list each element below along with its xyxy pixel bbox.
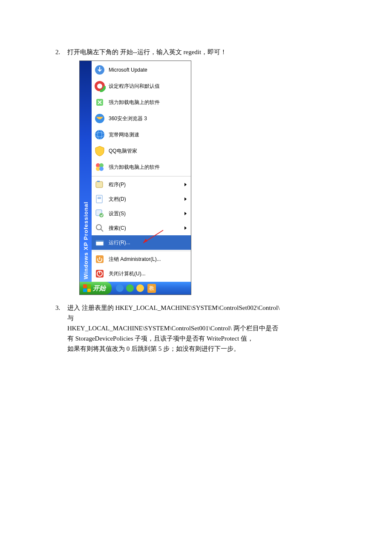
step-3-line: 与 bbox=[67, 313, 337, 323]
menu-item-shutdown[interactable]: 关闭计算机(U)... bbox=[92, 266, 191, 281]
submenu-arrow-icon bbox=[184, 183, 187, 186]
globe-icon bbox=[93, 128, 106, 141]
quick-launch-icon[interactable] bbox=[136, 284, 144, 292]
menu-item-label: 强力卸载电脑上的软件 bbox=[109, 164, 188, 171]
menu-item-uninstall-2[interactable]: 强力卸载电脑上的软件 bbox=[92, 159, 191, 175]
run-icon bbox=[93, 236, 106, 249]
start-button-label: 开始 bbox=[93, 284, 106, 292]
documents-icon bbox=[93, 193, 106, 205]
step-2-text: 打开电脑左下角的 开始--运行，输入英文 regedit，即可！ bbox=[67, 47, 337, 57]
start-menu-section-power: 注销 Administrator(L)... 关闭计算机(U)... bbox=[92, 251, 191, 282]
browser-icon bbox=[93, 112, 106, 125]
shutdown-icon bbox=[93, 267, 106, 280]
windows-logo-icon bbox=[83, 284, 91, 292]
quick-launch-icon[interactable] bbox=[116, 284, 124, 292]
taskbar-app-label: 教 bbox=[149, 285, 154, 291]
menu-item-label: 运行(R)... bbox=[109, 239, 188, 246]
taskbar-app-button[interactable]: 教 bbox=[147, 284, 156, 293]
menu-item-label: 程序(P) bbox=[109, 181, 184, 188]
menu-item-network-test[interactable]: 宽带网络测速 bbox=[92, 127, 191, 143]
menu-item-label: 设定程序访问和默认值 bbox=[109, 83, 188, 90]
submenu-arrow-icon bbox=[184, 197, 187, 201]
menu-item-settings[interactable]: 设置(S) bbox=[92, 206, 191, 221]
menu-item-label: Microsoft Update bbox=[109, 67, 188, 73]
settings-icon bbox=[93, 207, 106, 220]
shield-icon bbox=[93, 145, 106, 157]
menu-item-label: 注销 Administrator(L)... bbox=[109, 256, 188, 263]
svg-point-12 bbox=[99, 167, 104, 171]
step-3-number: 3. bbox=[55, 303, 67, 354]
step-3: 3. 进入 注册表里的 HKEY_LOCAL_MACHINE\SYSTEM\Co… bbox=[55, 303, 337, 354]
quick-launch-icon[interactable] bbox=[126, 284, 134, 292]
svg-line-21 bbox=[101, 229, 103, 231]
start-menu-section-apps: Microsoft Update 设定程序访问和默认值 强力卸载电脑上的软件 bbox=[92, 61, 191, 176]
menu-item-label: 宽带网络测速 bbox=[109, 131, 188, 139]
menu-item-search[interactable]: 搜索(C) bbox=[92, 221, 191, 235]
update-icon bbox=[93, 64, 106, 76]
svg-point-3 bbox=[97, 84, 102, 89]
taskbar: 开始 教 bbox=[80, 282, 191, 295]
svg-rect-17 bbox=[98, 198, 101, 199]
menu-item-program-defaults[interactable]: 设定程序访问和默认值 bbox=[92, 78, 191, 94]
menu-item-run[interactable]: 运行(R)... bbox=[92, 235, 191, 250]
logoff-icon bbox=[93, 253, 106, 266]
menu-item-label: 强力卸载电脑上的软件 bbox=[109, 99, 188, 106]
start-menu-section-system: 程序(P) 文档(D) 设置(S) bbox=[92, 176, 191, 251]
menu-item-ms-update[interactable]: Microsoft Update bbox=[92, 62, 191, 78]
svg-rect-13 bbox=[96, 182, 103, 188]
menu-item-360-browser[interactable]: 360安全浏览器 3 bbox=[92, 110, 191, 127]
step-3-text: 进入 注册表里的 HKEY_LOCAL_MACHINE\SYSTEM\Contr… bbox=[67, 303, 337, 354]
search-icon bbox=[93, 222, 106, 234]
svg-point-6 bbox=[95, 130, 104, 139]
side-strip-label: Windows XP Professional bbox=[83, 199, 89, 282]
svg-rect-23 bbox=[96, 240, 104, 242]
step-3-line: 进入 注册表里的 HKEY_LOCAL_MACHINE\SYSTEM\Contr… bbox=[67, 303, 337, 313]
svg-rect-16 bbox=[98, 197, 101, 198]
quick-launch bbox=[116, 284, 144, 292]
menu-item-label: 文档(D) bbox=[109, 196, 184, 203]
menu-item-label: 关闭计算机(U)... bbox=[109, 270, 188, 278]
uninstall-icon bbox=[93, 96, 106, 109]
svg-point-19 bbox=[99, 213, 104, 217]
defaults-icon bbox=[93, 80, 106, 92]
menu-item-label: 360安全浏览器 3 bbox=[109, 115, 188, 122]
programs-icon bbox=[93, 178, 106, 191]
submenu-arrow-icon bbox=[184, 226, 187, 230]
step-3-line: 有 StorageDevicePolicies 子项，且该子项中是否有 Writ… bbox=[67, 333, 337, 344]
menu-item-logoff[interactable]: 注销 Administrator(L)... bbox=[92, 252, 191, 266]
menu-item-qq-manager[interactable]: QQ电脑管家 bbox=[92, 143, 191, 159]
svg-rect-15 bbox=[96, 195, 102, 203]
submenu-arrow-icon bbox=[184, 212, 187, 215]
menu-item-programs[interactable]: 程序(P) bbox=[92, 177, 191, 192]
step-3-line: HKEY_LOCAL_MACHINE\SYSTEM\ControlSet001\… bbox=[67, 323, 337, 333]
start-menu-screenshot: Windows XP Professional Microsoft Update bbox=[79, 61, 191, 295]
start-menu-side-strip: Windows XP Professional bbox=[80, 61, 92, 282]
step-3-line: 如果有则将其值改为 0 后跳到第 5 步；如没有则进行下一步。 bbox=[67, 344, 337, 354]
step-2-number: 2. bbox=[55, 47, 67, 57]
menu-item-label: 搜索(C) bbox=[109, 225, 184, 232]
menu-item-documents[interactable]: 文档(D) bbox=[92, 192, 191, 206]
menu-item-label: 设置(S) bbox=[109, 210, 184, 217]
menu-item-uninstall-1[interactable]: 强力卸载电脑上的软件 bbox=[92, 94, 191, 110]
svg-rect-14 bbox=[97, 181, 100, 182]
menu-item-label: QQ电脑管家 bbox=[109, 147, 188, 155]
step-2: 2. 打开电脑左下角的 开始--运行，输入英文 regedit，即可！ bbox=[55, 47, 337, 57]
clover-icon bbox=[93, 161, 106, 173]
start-button[interactable]: 开始 bbox=[80, 282, 112, 295]
